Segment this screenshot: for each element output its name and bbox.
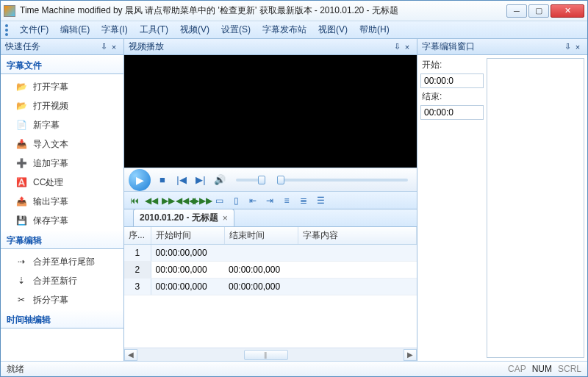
menu-video[interactable]: 视频(V) (174, 21, 215, 38)
merge-end-icon: ⇢ (14, 254, 29, 269)
align-right-icon[interactable]: ☰ (313, 194, 328, 207)
horizontal-scrollbar[interactable]: ◀ ∥ ▶ (124, 348, 417, 361)
pin-icon[interactable]: ⇩ (562, 42, 573, 52)
forward-step-icon[interactable]: ▶▶▶ (195, 194, 209, 207)
col-start[interactable]: 开始时间 (151, 227, 224, 245)
section-timeline-edit: 时间轴编辑 (1, 309, 123, 328)
stop-button[interactable]: ■ (155, 173, 170, 187)
video-canvas[interactable] (124, 55, 417, 168)
volume-slider[interactable] (236, 179, 264, 182)
import-icon: 📥 (14, 137, 29, 151)
scroll-thumb[interactable]: ∥ (244, 350, 288, 360)
start-label: 开始: (420, 58, 484, 72)
shift-left-icon[interactable]: ⇤ (245, 194, 260, 207)
align-center-icon[interactable]: ≣ (296, 194, 311, 207)
prev-button[interactable]: |◀ (174, 173, 189, 187)
task-cc-process[interactable]: 🅰️CC处理 (1, 173, 123, 192)
next-button[interactable]: ▶| (193, 173, 208, 187)
end-time-input[interactable]: 00:00:0 (420, 105, 484, 120)
video-pane-header: 视频播放 ⇩ × (124, 39, 417, 55)
minimize-button[interactable]: ─ (506, 4, 527, 18)
end-label: 结束: (420, 90, 484, 104)
menu-subtitle[interactable]: 字幕(I) (96, 21, 133, 38)
menu-help[interactable]: 帮助(H) (354, 21, 395, 38)
append-icon: ➕ (14, 156, 29, 170)
volume-icon[interactable]: 🔊 (212, 173, 227, 187)
tasks-pane-title: 快速任务 (5, 40, 40, 53)
task-save-subtitle[interactable]: 💾保存字幕 (1, 211, 123, 230)
table-row[interactable]: 200:00:00,00000:00:00,000 (124, 262, 417, 279)
scroll-right-icon[interactable]: ▶ (404, 349, 417, 361)
status-cap: CAP (508, 364, 526, 374)
play-button[interactable]: ▶ (129, 169, 151, 191)
menu-file[interactable]: 文件(F) (14, 21, 54, 38)
close-pane-icon[interactable]: × (402, 42, 412, 52)
menu-tools[interactable]: 工具(T) (134, 21, 174, 38)
export-icon: 📤 (14, 194, 29, 209)
task-open-video[interactable]: 📂打开视频 (1, 96, 123, 115)
table-row[interactable]: 300:00:00,00000:00:00,000 (124, 279, 417, 295)
close-button[interactable]: ✕ (551, 4, 584, 18)
tab-close-icon[interactable]: × (223, 213, 228, 223)
status-bar: 就绪 CAP NUM SCRL (1, 361, 587, 376)
task-merge-new-line[interactable]: ⇣合并至新行 (1, 271, 123, 290)
close-pane-icon[interactable]: × (573, 42, 583, 52)
status-scrl: SCRL (558, 364, 581, 374)
app-icon (4, 5, 15, 17)
edit-pane-header: 字幕编辑窗口 ⇩ × (417, 39, 587, 55)
scroll-left-icon[interactable]: ◀ (124, 349, 137, 361)
close-pane-icon[interactable]: × (109, 42, 119, 52)
task-split-subtitle[interactable]: ✂拆分字幕 (1, 290, 123, 309)
task-merge-line-end[interactable]: ⇢合并至单行尾部 (1, 252, 123, 271)
grip-icon (5, 29, 8, 32)
new-file-icon: 📄 (14, 118, 29, 132)
split-icon: ✂ (14, 292, 29, 307)
forward-fast-icon[interactable]: ▶▶ (161, 194, 176, 207)
rewind-step-icon[interactable]: ◀◀◀ (178, 194, 193, 207)
task-export-subtitle[interactable]: 📤输出字幕 (1, 192, 123, 211)
cc-icon: 🅰️ (14, 175, 29, 190)
pin-icon[interactable]: ⇩ (392, 42, 402, 52)
edit-pane-title: 字幕编辑窗口 (422, 40, 475, 53)
col-content[interactable]: 字幕内容 (298, 227, 417, 245)
subtitle-text-input[interactable] (487, 58, 584, 358)
align-left-icon[interactable]: ≡ (279, 194, 294, 207)
maximize-button[interactable]: ▢ (528, 4, 549, 18)
video-pane-title: 视频播放 (129, 40, 164, 53)
menu-view[interactable]: 视图(V) (312, 21, 354, 38)
menu-edit[interactable]: 编辑(E) (54, 21, 96, 38)
status-ready: 就绪 (7, 363, 24, 376)
folder-icon: 📂 (14, 79, 29, 94)
shift-right-icon[interactable]: ⇥ (262, 194, 277, 207)
rewind-all-icon[interactable]: ⏮ (127, 194, 142, 207)
menu-bar: 文件(F) 编辑(E) 字幕(I) 工具(T) 视频(V) 设置(S) 字幕发布… (1, 21, 587, 39)
timeline-toolbar: ⏮ ◀◀ ▶▶ ◀◀◀ ▶▶▶ ▭ ▯ ⇤ ⇥ ≡ ≣ ☰ (124, 191, 417, 209)
tab-document[interactable]: 2010.01.20 - 无标题 × (133, 209, 234, 226)
tasks-pane: 快速任务 ⇩ × 字幕文件 📂打开字幕 📂打开视频 📄新字幕 📥导入文本 ➕追加… (1, 39, 124, 361)
tasks-pane-header: 快速任务 ⇩ × (1, 39, 123, 55)
col-index[interactable]: 序... (124, 227, 151, 245)
document-tabs: 2010.01.20 - 无标题 × (124, 209, 417, 227)
tab-label: 2010.01.20 - 无标题 (140, 212, 218, 224)
section-subtitle-file: 字幕文件 (1, 55, 123, 74)
mark-in-icon[interactable]: ▭ (212, 194, 226, 207)
save-icon: 💾 (14, 213, 29, 228)
subtitle-grid[interactable]: 序... 开始时间 结束时间 字幕内容 100:00:00,000 200:00… (124, 227, 417, 348)
player-controls: ▶ ■ |◀ ▶| 🔊 (124, 168, 417, 191)
start-time-input[interactable]: 00:00:0 (420, 73, 484, 88)
seek-slider[interactable] (277, 179, 408, 182)
task-append-subtitle[interactable]: ➕追加字幕 (1, 154, 123, 173)
mark-out-icon[interactable]: ▯ (229, 194, 243, 207)
rewind-fast-icon[interactable]: ◀◀ (144, 194, 159, 207)
section-subtitle-edit: 字幕编辑 (1, 230, 123, 249)
task-open-subtitle[interactable]: 📂打开字幕 (1, 77, 123, 96)
merge-new-icon: ⇣ (14, 273, 29, 288)
menu-settings[interactable]: 设置(S) (215, 21, 257, 38)
table-row[interactable]: 100:00:00,000 (124, 245, 417, 262)
status-num: NUM (532, 364, 552, 374)
menu-publish[interactable]: 字幕发布站 (257, 21, 312, 38)
col-end[interactable]: 结束时间 (224, 227, 298, 245)
pin-icon[interactable]: ⇩ (98, 42, 109, 52)
task-new-subtitle[interactable]: 📄新字幕 (1, 115, 123, 134)
task-import-text[interactable]: 📥导入文本 (1, 134, 123, 154)
